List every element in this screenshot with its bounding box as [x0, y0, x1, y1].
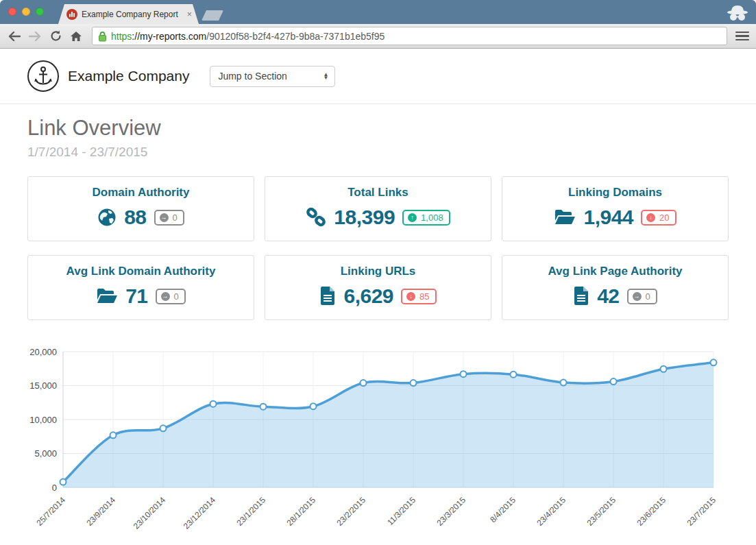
zoom-window-button[interactable] — [36, 8, 44, 16]
svg-text:0: 0 — [52, 483, 57, 493]
card-value: 71 — [125, 284, 147, 308]
arrow-right-circle-icon: → — [633, 292, 642, 301]
svg-text:23/5/2015: 23/5/2015 — [585, 495, 618, 528]
tab-favicon-chart-icon — [66, 9, 77, 20]
svg-text:23/4/2015: 23/4/2015 — [535, 495, 568, 528]
select-updown-arrows-icon: ▲▼ — [324, 73, 329, 80]
browser-toolbar: https://my-reports.com/90120f58-b2f4-427… — [0, 24, 756, 49]
company-logo-anchor-icon — [27, 60, 59, 92]
page-title: Link Overview — [27, 116, 729, 141]
file-text-icon — [573, 287, 589, 306]
arrow-down-circle-icon: ↓ — [646, 213, 655, 222]
delta-badge: ↓ 85 — [401, 289, 436, 304]
browser-menu-button[interactable] — [735, 30, 749, 43]
delta-value: 20 — [659, 213, 669, 223]
arrow-right-circle-icon: → — [160, 213, 169, 222]
forward-button[interactable] — [26, 27, 44, 45]
report-header: Example Company Jump to Section ▲▼ — [0, 49, 756, 104]
svg-text:10,000: 10,000 — [29, 415, 57, 425]
card-title: Avg Link Page Authority — [507, 265, 724, 278]
svg-text:23/1/2015: 23/1/2015 — [234, 495, 267, 528]
card-value: 42 — [597, 284, 619, 308]
close-window-button[interactable] — [8, 8, 16, 16]
file-text-icon — [319, 287, 336, 306]
svg-text:23/10/2014: 23/10/2014 — [132, 495, 168, 531]
svg-text:5,000: 5,000 — [34, 448, 57, 459]
report-page: Example Company Jump to Section ▲▼ Link … — [0, 49, 756, 544]
svg-text:23/3/2015: 23/3/2015 — [435, 495, 467, 528]
card-value: 18,399 — [334, 206, 395, 229]
arrow-down-circle-icon: ↓ — [406, 292, 415, 301]
svg-text:20,000: 20,000 — [29, 347, 57, 357]
tab-title: Example Company Report — [82, 10, 181, 19]
svg-text:23/2/2015: 23/2/2015 — [334, 495, 367, 528]
delta-badge: ↓ 20 — [641, 210, 676, 226]
arrow-up-circle-icon: ↑ — [408, 213, 417, 222]
globe-icon — [97, 208, 117, 227]
company-name: Example Company — [68, 68, 189, 84]
folder-open-icon — [96, 287, 118, 305]
url-text: https://my-reports.com/90120f58-b2f4-427… — [111, 31, 385, 42]
minimize-window-button[interactable] — [22, 8, 30, 16]
svg-text:23/12/2014: 23/12/2014 — [182, 495, 218, 531]
browser-tab[interactable]: Example Company Report × — [58, 4, 199, 24]
svg-text:23/6/2015: 23/6/2015 — [635, 495, 668, 528]
card-value: 88 — [124, 206, 146, 229]
date-range: 1/7/2014 - 23/7/2015 — [27, 145, 729, 160]
secure-padlock-icon — [98, 31, 107, 42]
card-avg-link-domain-authority: Avg Link Domain Authority 71 → 0 — [27, 255, 254, 320]
address-bar[interactable]: https://my-reports.com/90120f58-b2f4-427… — [92, 27, 727, 45]
card-linking-urls: Linking URLs 6,629 ↓ 85 — [265, 255, 491, 320]
card-title: Linking Domains — [507, 186, 724, 199]
svg-text:25/7/2014: 25/7/2014 — [34, 495, 67, 528]
card-title: Total Links — [269, 186, 487, 199]
delta-value: 1,008 — [421, 213, 443, 223]
card-avg-link-page-authority: Avg Link Page Authority 42 → 0 — [502, 255, 729, 320]
card-value: 1,944 — [583, 206, 633, 229]
browser-window: Example Company Report × — [0, 0, 756, 545]
reload-button[interactable] — [47, 27, 64, 45]
jump-to-section-select[interactable]: Jump to Section ▲▼ — [210, 66, 335, 87]
delta-value: 0 — [174, 291, 179, 302]
arrow-right-circle-icon: → — [161, 292, 170, 301]
incognito-icon — [726, 4, 749, 23]
delta-badge: → 0 — [627, 289, 657, 304]
svg-text:23/9/2014: 23/9/2014 — [84, 495, 117, 528]
card-domain-authority: Domain Authority 88 → 0 — [27, 176, 254, 241]
total-links-area-chart[interactable]: 05,00010,00015,00020,00025/7/201423/9/20… — [27, 343, 729, 540]
report-main: Link Overview 1/7/2014 - 23/7/2015 Domai… — [0, 116, 756, 540]
new-tab-button[interactable] — [202, 10, 223, 21]
svg-text:28/1/2015: 28/1/2015 — [284, 495, 317, 528]
card-value: 6,629 — [343, 284, 393, 308]
card-linking-domains: Linking Domains 1,944 ↓ 20 — [502, 176, 729, 241]
delta-badge: → 0 — [156, 289, 186, 304]
tab-close-icon[interactable]: × — [185, 9, 193, 19]
card-title: Linking URLs — [269, 265, 487, 278]
card-total-links: Total Links 18,399 ↑ 1,008 — [265, 176, 491, 241]
jump-select-value: Jump to Section — [218, 71, 286, 82]
svg-text:11/3/2015: 11/3/2015 — [385, 495, 417, 527]
delta-value: 0 — [646, 291, 650, 302]
delta-badge: → 0 — [154, 210, 184, 226]
svg-text:23/7/2015: 23/7/2015 — [685, 495, 718, 528]
svg-text:15,000: 15,000 — [29, 380, 57, 391]
back-button[interactable] — [5, 27, 23, 45]
delta-value: 0 — [173, 213, 178, 223]
window-controls — [8, 8, 44, 16]
metric-cards: Domain Authority 88 → 0 Total Links — [27, 176, 729, 320]
folder-open-icon — [554, 208, 576, 226]
delta-badge: ↑ 1,008 — [402, 210, 450, 226]
home-button[interactable] — [67, 27, 85, 45]
tab-strip: Example Company Report × — [0, 0, 756, 24]
card-title: Domain Authority — [32, 186, 249, 199]
svg-text:8/4/2015: 8/4/2015 — [488, 495, 517, 524]
url-path: /90120f58-b2f4-427b-9b8a-7371b1eb5f95 — [206, 31, 385, 42]
delta-value: 85 — [419, 291, 429, 302]
url-scheme: https — [111, 31, 132, 42]
card-title: Avg Link Domain Authority — [32, 265, 249, 278]
url-host: ://my-reports.com — [132, 31, 206, 42]
link-icon — [306, 208, 326, 227]
